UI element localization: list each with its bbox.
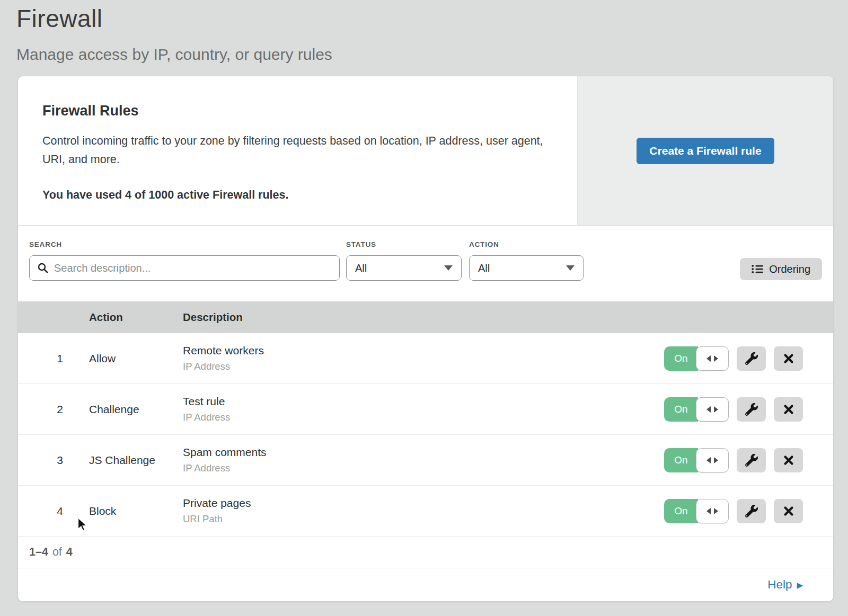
edit-rule-button[interactable] xyxy=(737,397,766,422)
arrow-left-icon xyxy=(706,508,711,514)
status-filter-group: STATUS All xyxy=(346,240,462,281)
range-of-label: of xyxy=(52,546,62,559)
status-label: STATUS xyxy=(346,240,462,248)
search-input[interactable] xyxy=(54,262,332,274)
rule-priority: 1 xyxy=(18,352,63,365)
rules-cta-panel: Create a Firewall rule xyxy=(577,76,833,225)
rule-match-type: IP Address xyxy=(183,361,664,372)
close-icon xyxy=(783,353,794,364)
rule-toggle[interactable]: On xyxy=(664,346,729,371)
table-header: Action Description xyxy=(18,301,833,333)
wrench-icon xyxy=(745,352,758,365)
arrow-right-icon xyxy=(714,457,718,463)
action-column-header: Action xyxy=(89,311,183,324)
action-label: ACTION xyxy=(469,240,584,248)
range-label: 1–4 xyxy=(29,546,48,559)
rules-usage-text: You have used 4 of 1000 active Firewall … xyxy=(42,189,556,202)
rule-controls: On xyxy=(664,397,833,422)
firewall-page: Firewall Manage access by IP, country, o… xyxy=(0,0,848,616)
rule-description: Private pages xyxy=(183,497,664,510)
rule-description-cell: Remote workers IP Address xyxy=(183,344,664,372)
action-select[interactable]: All xyxy=(469,255,584,281)
range-total: 4 xyxy=(66,546,73,559)
help-link-label: Help xyxy=(767,578,792,592)
table-row: 4 Block Private pages URI Path On xyxy=(18,486,833,537)
action-filter-group: ACTION All xyxy=(469,240,584,281)
help-row: Help ▶ xyxy=(18,568,833,601)
arrow-left-icon xyxy=(706,406,711,413)
arrow-right-icon xyxy=(714,355,718,362)
rules-header-section: Firewall Rules Control incoming traffic … xyxy=(18,76,833,226)
wrench-icon xyxy=(745,403,758,416)
chevron-down-icon xyxy=(566,265,575,271)
rules-header-text: Firewall Rules Control incoming traffic … xyxy=(18,76,577,225)
edit-rule-button[interactable] xyxy=(737,448,766,472)
toggle-on-label: On xyxy=(664,448,698,472)
rule-match-type: IP Address xyxy=(183,412,664,423)
wrench-icon xyxy=(745,505,758,517)
rules-card-title: Firewall Rules xyxy=(42,103,556,119)
edit-rule-button[interactable] xyxy=(737,346,766,371)
rule-description: Remote workers xyxy=(183,344,664,357)
delete-rule-button[interactable] xyxy=(774,397,803,422)
search-filter-group: SEARCH xyxy=(29,240,340,281)
chevron-down-icon xyxy=(444,265,453,271)
close-icon xyxy=(783,505,794,517)
rule-controls: On xyxy=(664,346,833,371)
rule-toggle[interactable]: On xyxy=(664,448,729,472)
help-link[interactable]: Help ▶ xyxy=(767,578,803,592)
rule-priority: 4 xyxy=(18,505,63,517)
rule-controls: On xyxy=(664,499,833,523)
close-icon xyxy=(783,404,794,415)
arrow-right-icon: ▶ xyxy=(797,581,803,589)
rule-action: Challenge xyxy=(89,403,183,416)
rule-description-cell: Test rule IP Address xyxy=(183,395,664,423)
rule-description-cell: Spam comments IP Address xyxy=(183,446,664,474)
status-select-value: All xyxy=(355,262,367,274)
rule-description: Test rule xyxy=(183,395,664,408)
toggle-on-label: On xyxy=(664,397,698,422)
wrench-icon xyxy=(745,454,758,467)
edit-rule-button[interactable] xyxy=(737,499,766,523)
rule-toggle[interactable]: On xyxy=(664,499,729,523)
delete-rule-button[interactable] xyxy=(774,499,803,523)
action-select-value: All xyxy=(478,262,490,274)
rule-match-type: IP Address xyxy=(183,462,664,474)
toggle-drag-handle[interactable] xyxy=(696,499,729,523)
close-icon xyxy=(783,454,794,466)
rules-card-description: Control incoming traffic to your zone by… xyxy=(42,132,546,169)
ordering-button[interactable]: Ordering xyxy=(740,258,822,280)
rule-priority: 2 xyxy=(18,403,63,416)
rule-description-cell: Private pages URI Path xyxy=(183,497,664,525)
rule-controls: On xyxy=(664,448,833,472)
toggle-drag-handle[interactable] xyxy=(696,346,729,371)
rule-action: JS Challenge xyxy=(89,454,183,467)
table-row: 1 Allow Remote workers IP Address On xyxy=(18,333,833,384)
arrow-left-icon xyxy=(706,355,711,362)
toggle-drag-handle[interactable] xyxy=(696,397,729,422)
search-label: SEARCH xyxy=(29,240,340,248)
rule-priority: 3 xyxy=(18,454,63,467)
arrow-right-icon xyxy=(714,406,718,413)
search-input-wrap[interactable] xyxy=(29,255,340,281)
toggle-on-label: On xyxy=(664,499,698,523)
page-header: Firewall Manage access by IP, country, o… xyxy=(0,0,848,76)
filters-bar: SEARCH STATUS All ACTION All xyxy=(18,226,833,301)
rule-match-type: URI Path xyxy=(183,513,664,525)
firewall-rules-card: Firewall Rules Control incoming traffic … xyxy=(17,76,834,602)
table-row: 3 JS Challenge Spam comments IP Address … xyxy=(18,435,833,486)
create-firewall-rule-button[interactable]: Create a Firewall rule xyxy=(637,138,774,164)
rule-toggle[interactable]: On xyxy=(664,397,729,422)
toggle-drag-handle[interactable] xyxy=(696,448,729,472)
ordering-button-label: Ordering xyxy=(769,263,810,275)
delete-rule-button[interactable] xyxy=(774,346,803,371)
list-icon xyxy=(752,264,763,274)
delete-rule-button[interactable] xyxy=(774,448,803,472)
table-row: 2 Challenge Test rule IP Address On xyxy=(18,384,833,435)
search-icon xyxy=(37,262,49,274)
arrow-right-icon xyxy=(714,508,718,514)
rule-description: Spam comments xyxy=(183,446,664,459)
status-select[interactable]: All xyxy=(346,255,462,281)
toggle-on-label: On xyxy=(664,346,698,371)
arrow-left-icon xyxy=(706,457,711,463)
